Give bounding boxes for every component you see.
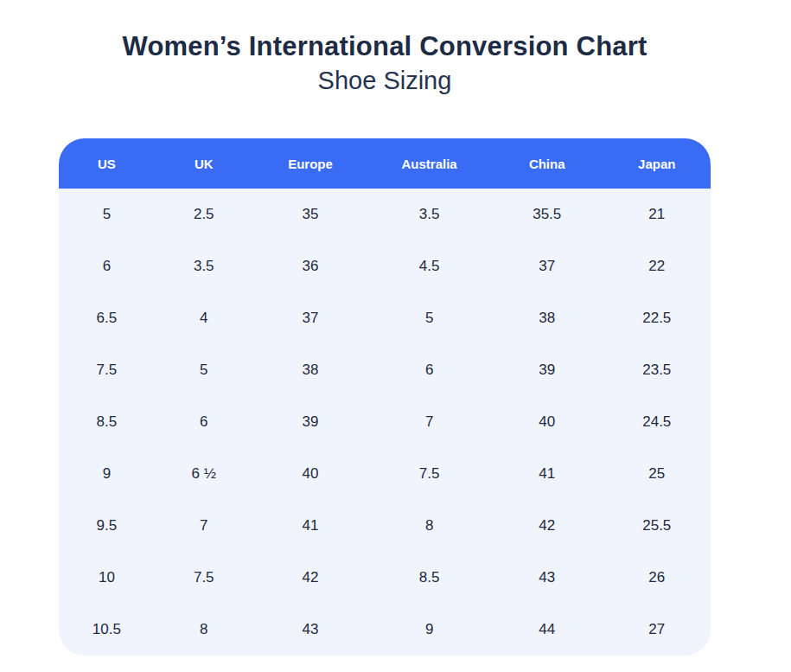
size-cell: 24.5 bbox=[603, 396, 711, 448]
size-cell: 21 bbox=[603, 189, 711, 240]
size-cell: 8.5 bbox=[367, 552, 491, 604]
size-cell: 3.5 bbox=[155, 240, 253, 292]
size-cell: 26 bbox=[603, 552, 711, 604]
size-cell: 35.5 bbox=[491, 189, 603, 240]
size-cell: 42 bbox=[491, 500, 603, 552]
size-cell: 38 bbox=[491, 292, 603, 344]
table-header: USUKEuropeAustraliaChinaJapan bbox=[59, 138, 711, 189]
size-cell: 5 bbox=[367, 292, 491, 344]
size-cell: 8.5 bbox=[59, 396, 155, 448]
size-cell: 7 bbox=[367, 396, 491, 448]
size-cell: 8 bbox=[155, 604, 253, 656]
size-cell: 25 bbox=[603, 448, 711, 500]
size-cell: 6 bbox=[59, 240, 155, 292]
size-cell: 8 bbox=[367, 500, 491, 552]
size-cell: 27 bbox=[603, 604, 711, 656]
table-row: 7.553863923.5 bbox=[59, 344, 711, 396]
size-cell: 9 bbox=[59, 448, 155, 500]
size-cell: 37 bbox=[491, 240, 603, 292]
column-header-uk: UK bbox=[155, 138, 253, 189]
size-cell: 2.5 bbox=[155, 189, 253, 240]
size-cell: 41 bbox=[253, 500, 368, 552]
size-cell: 42 bbox=[253, 552, 368, 604]
table-row: 10.584394427 bbox=[59, 604, 711, 656]
size-cell: 35 bbox=[253, 189, 368, 240]
header-row: USUKEuropeAustraliaChinaJapan bbox=[59, 138, 711, 189]
size-cell: 4 bbox=[155, 292, 253, 344]
table-row: 6.543753822.5 bbox=[59, 292, 711, 344]
table-row: 52.5353.535.521 bbox=[59, 189, 711, 240]
size-cell: 44 bbox=[491, 604, 603, 656]
size-cell: 7.5 bbox=[155, 552, 253, 604]
table-row: 9.574184225.5 bbox=[59, 500, 711, 552]
size-cell: 22 bbox=[603, 240, 711, 292]
table-body: 52.5353.535.52163.5364.537226.543753822.… bbox=[59, 189, 711, 656]
size-cell: 9.5 bbox=[59, 500, 155, 552]
size-cell: 23.5 bbox=[603, 344, 711, 396]
size-cell: 9 bbox=[367, 604, 491, 656]
size-cell: 7.5 bbox=[367, 448, 491, 500]
size-cell: 41 bbox=[491, 448, 603, 500]
table-row: 107.5428.54326 bbox=[59, 552, 711, 604]
page-title: Women’s International Conversion Chart bbox=[59, 31, 711, 62]
table-row: 63.5364.53722 bbox=[59, 240, 711, 292]
size-cell: 7.5 bbox=[59, 344, 155, 396]
size-cell: 7 bbox=[155, 500, 253, 552]
size-cell: 40 bbox=[253, 448, 368, 500]
size-cell: 22.5 bbox=[603, 292, 711, 344]
column-header-europe: Europe bbox=[253, 138, 368, 189]
size-cell: 6 bbox=[155, 396, 253, 448]
size-cell: 43 bbox=[253, 604, 368, 656]
size-cell: 10.5 bbox=[59, 604, 155, 656]
size-cell: 43 bbox=[491, 552, 603, 604]
conversion-table-card: USUKEuropeAustraliaChinaJapan 52.5353.53… bbox=[59, 138, 711, 656]
table-row: 96 ½407.54125 bbox=[59, 448, 711, 500]
size-cell: 25.5 bbox=[603, 500, 711, 552]
size-cell: 3.5 bbox=[367, 189, 491, 240]
column-header-us: US bbox=[59, 138, 155, 189]
size-cell: 39 bbox=[491, 344, 603, 396]
size-cell: 6 ½ bbox=[155, 448, 253, 500]
size-cell: 6.5 bbox=[59, 292, 155, 344]
column-header-china: China bbox=[491, 138, 603, 189]
size-cell: 39 bbox=[253, 396, 368, 448]
size-cell: 5 bbox=[59, 189, 155, 240]
size-cell: 40 bbox=[491, 396, 603, 448]
table-row: 8.563974024.5 bbox=[59, 396, 711, 448]
size-cell: 38 bbox=[253, 344, 368, 396]
size-cell: 36 bbox=[253, 240, 368, 292]
size-cell: 4.5 bbox=[367, 240, 491, 292]
size-cell: 37 bbox=[253, 292, 368, 344]
column-header-japan: Japan bbox=[603, 138, 711, 189]
page-subtitle: Shoe Sizing bbox=[59, 67, 711, 95]
size-cell: 10 bbox=[59, 552, 155, 604]
conversion-table: USUKEuropeAustraliaChinaJapan 52.5353.53… bbox=[59, 138, 711, 656]
column-header-australia: Australia bbox=[367, 138, 491, 189]
size-cell: 6 bbox=[367, 344, 491, 396]
size-cell: 5 bbox=[155, 344, 253, 396]
